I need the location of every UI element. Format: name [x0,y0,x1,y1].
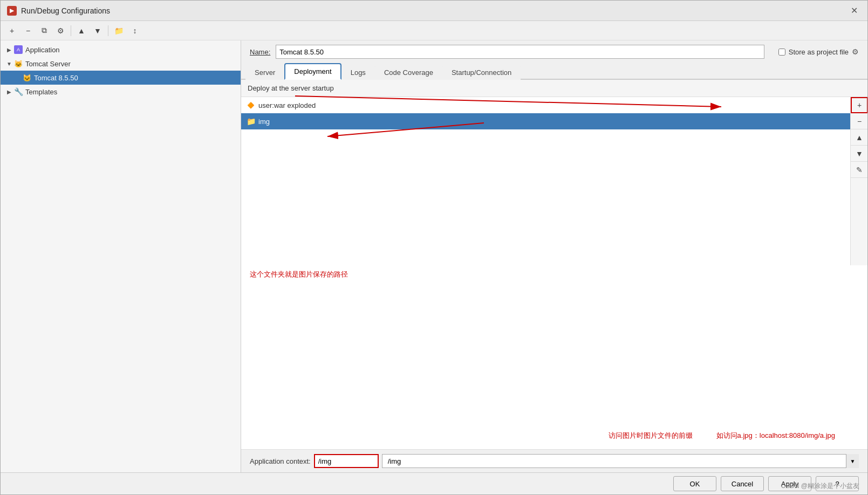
app-context-label: Application context: [250,457,311,465]
sidebar-item-templates[interactable]: ▶ 🔧 Templates [1,85,241,99]
right-panel: Name: Store as project file ⚙ Server Dep… [241,40,867,472]
app-context-input[interactable] [314,454,379,468]
sidebar-item-tomcat-850[interactable]: 🐱 Tomcat 8.5.50 [1,71,241,85]
tab-code-coverage[interactable]: Code Coverage [375,65,442,80]
sidebar-label-tomcat-server: Tomcat Server [25,60,71,68]
war-icon: 🔶 [247,101,255,109]
deploy-movedown-button[interactable]: ▼ [851,146,867,162]
toolbar-divider-2 [108,25,108,36]
sidebar-label-tomcat-850: Tomcat 8.5.50 [34,74,78,82]
sidebar-item-application[interactable]: ▶ A Application [1,43,241,57]
deploy-side-buttons: + − ▲ ▼ ✎ [850,97,867,265]
tab-server[interactable]: Server [245,65,284,80]
close-button[interactable]: ✕ [848,4,861,17]
deploy-list: 🔶 user:war exploded 📁 img [241,97,850,265]
tab-logs[interactable]: Logs [341,65,375,80]
app-icon: A [13,45,23,54]
app-context-row: Application context: /img ▼ [241,449,867,472]
sidebar-label-templates: Templates [25,88,57,96]
name-label: Name: [250,48,270,56]
copy-config-button[interactable]: ⧉ [37,24,51,37]
wrench-icon: 🔧 [13,87,23,97]
arrow-tomcat-server: ▼ [5,59,13,68]
move-down-button[interactable]: ▼ [91,24,105,37]
tabs-bar: Server Deployment Logs Code Coverage Sta… [241,63,867,80]
deploy-add-button[interactable]: + [851,97,867,113]
content-spacer: 访问图片时图片文件的前缀 如访问a.jpg：localhost:8080/img… [241,281,867,450]
arrow-templates: ▶ [5,87,13,96]
app-context-dropdown-wrapper: /img ▼ [382,454,859,468]
add-config-button[interactable]: + [5,24,19,37]
deploy-moveup-button[interactable]: ▲ [851,129,867,146]
access-notes: 访问图片时图片文件的前缀 如访问a.jpg：localhost:8080/img… [609,431,835,441]
title-bar-left: ▶ Run/Debug Configurations [7,6,110,16]
left-panel: ▶ A Application ▼ 🐱 Tomcat Server 🐱 Tomc… [1,40,241,472]
annotation-area: 这个文件夹就是图片保存的路径 [241,265,867,281]
toolbar-divider-1 [71,25,71,36]
img-label: img [258,118,270,126]
dialog-title: Run/Debug Configurations [21,6,110,15]
project-settings-icon[interactable]: ⚙ [852,47,859,56]
tomcat-server-icon: 🐱 [13,59,23,68]
store-project-label: Store as project file [789,48,849,56]
access-note2: 如访问a.jpg：localhost:8080/img/a.jpg [716,431,835,439]
move-up-button[interactable]: ▲ [74,24,88,37]
main-content: ▶ A Application ▼ 🐱 Tomcat Server 🐱 Tomc… [1,40,867,472]
deploy-item-img[interactable]: 📁 img [241,113,850,129]
ok-button[interactable]: OK [673,476,716,491]
tomcat-850-icon: 🐱 [22,73,32,82]
remove-config-button[interactable]: − [21,24,35,37]
sidebar-item-tomcat-server[interactable]: ▼ 🐱 Tomcat Server [1,57,241,71]
app-context-select[interactable]: /img [382,454,859,468]
sort-button[interactable]: ↕ [128,24,142,37]
deploy-list-area: 🔶 user:war exploded 📁 img [241,97,867,265]
store-project-row: Store as project file ⚙ [778,47,859,56]
folder-button[interactable]: 📁 [112,24,126,37]
arrow-tomcat-850 [13,73,22,82]
access-note1: 访问图片时图片文件的前缀 [609,431,693,439]
deploy-header-label: Deploy at the server startup [248,84,334,92]
deploy-header: Deploy at the server startup [241,80,867,97]
arrow-application: ▶ [5,45,13,54]
settings-button[interactable]: ⚙ [53,24,67,37]
cancel-button[interactable]: Cancel [721,476,764,491]
title-icon: ▶ [7,6,17,16]
tab-startup[interactable]: Startup/Connection [442,65,521,80]
deploy-item-war[interactable]: 🔶 user:war exploded [241,97,850,113]
tab-deployment[interactable]: Deployment [284,63,341,80]
sidebar-label-application: Application [25,46,60,54]
title-bar: ▶ Run/Debug Configurations ✕ [1,1,867,21]
watermark: CSDN @糊涂涂是个小盆友 [781,482,859,491]
deploy-remove-button[interactable]: − [851,113,867,129]
deploy-edit-button[interactable]: ✎ [851,162,867,178]
toolbar: + − ⧉ ⚙ ▲ ▼ 📁 ↕ [1,21,867,40]
annotation-text: 这个文件夹就是图片保存的路径 [250,270,859,279]
store-project-checkbox[interactable] [778,49,785,56]
name-row: Name: Store as project file ⚙ [241,40,867,63]
bottom-bar: OK Cancel Apply ? [1,472,867,494]
run-debug-dialog: ▶ Run/Debug Configurations ✕ + − ⧉ ⚙ ▲ ▼… [0,0,868,495]
folder-icon: 📁 [247,117,255,126]
deployment-content: Deploy at the server startup 🔶 user:war … [241,80,867,449]
name-input[interactable] [276,45,764,59]
war-label: user:war exploded [258,101,316,109]
